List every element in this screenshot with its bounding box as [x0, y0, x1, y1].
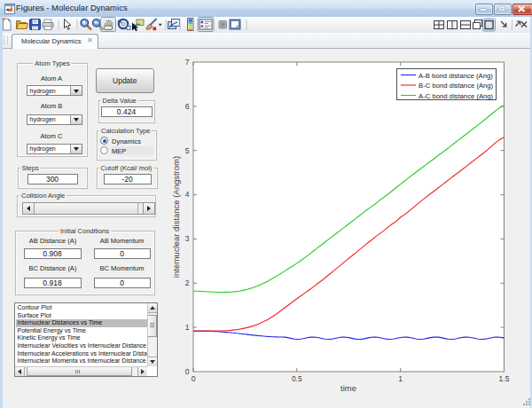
- svg-text:0.5: 0.5: [292, 374, 302, 383]
- svg-text:internuclear distance (Angstro: internuclear distance (Angstrom): [171, 156, 181, 278]
- svg-text:7: 7: [185, 58, 190, 67]
- svg-text:B-C bond distance (Ang): B-C bond distance (Ang): [419, 82, 494, 90]
- svg-text:4: 4: [185, 190, 190, 199]
- svg-text:A-C bond distance (Ang): A-C bond distance (Ang): [419, 92, 494, 100]
- svg-text:5: 5: [185, 146, 190, 155]
- svg-text:1.5: 1.5: [499, 374, 510, 383]
- svg-text:0: 0: [192, 374, 196, 383]
- svg-text:2: 2: [185, 279, 190, 287]
- svg-text:A-B bond distance (Ang): A-B bond distance (Ang): [419, 72, 493, 80]
- svg-text:0: 0: [185, 367, 190, 376]
- svg-text:1: 1: [185, 323, 190, 332]
- svg-text:time: time: [340, 383, 356, 393]
- svg-text:1: 1: [398, 374, 403, 383]
- svg-text:6: 6: [185, 102, 190, 111]
- svg-text:3: 3: [185, 234, 190, 243]
